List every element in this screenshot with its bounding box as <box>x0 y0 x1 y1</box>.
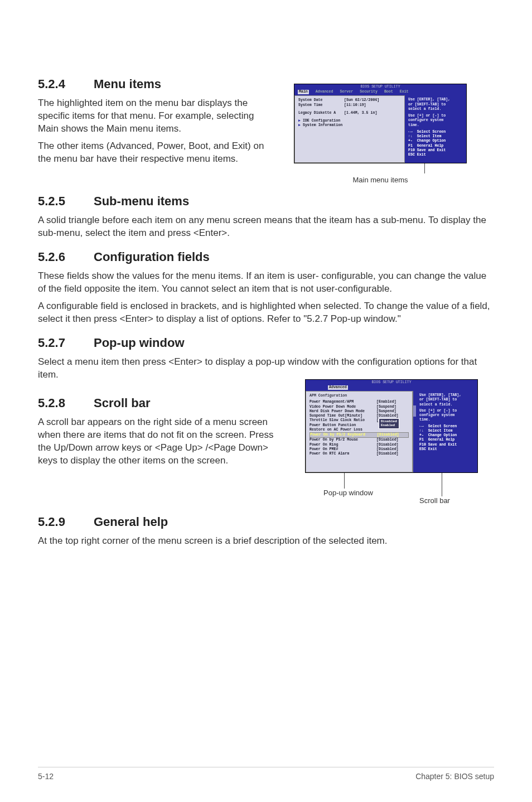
bios2-item-key: Power On Ring <box>309 443 376 447</box>
bios2-k3a: +- <box>419 433 424 437</box>
bios2-k3b: Change Option <box>428 433 457 437</box>
bios2-item-row: Power Management/APM[Enabled] <box>309 400 409 404</box>
bios2-item-key: Suspend Time Out[Minute] <box>309 414 376 418</box>
sectitle-525: Sub-menu items <box>94 194 189 208</box>
pointer-line <box>344 473 391 489</box>
bios1-tab-sec: Security <box>360 90 378 94</box>
bios2-k6a: ESC <box>419 447 426 451</box>
sectitle-528: Scroll bar <box>94 396 150 410</box>
bios2-tab-adv: Advanced <box>328 385 348 390</box>
bios2-help-l3: select a field. <box>419 403 475 407</box>
bios2-popup-o1: Disabled <box>381 419 397 423</box>
secnum-527: 5.2.7 <box>38 336 94 350</box>
bios1-k6b: Exit <box>417 153 426 157</box>
bios2-item-key: Power On by PS/2 Keyboard <box>310 433 377 437</box>
bios2-item-val: [Disabled] <box>376 447 399 452</box>
bios1-k1a: ←→ <box>408 130 413 134</box>
bios1-ide: IDE Configuration <box>303 119 340 123</box>
bios2-item-val: [Disabled] <box>376 414 399 418</box>
bios1-menubar: Main Advanced Server Security Boot Exit <box>294 90 466 95</box>
bios2-k5b: Save and Exit <box>428 443 457 447</box>
bios2-left-pane: APM Configuration Power Management/APM[E… <box>306 391 413 472</box>
bios2-item-val: [Enabled] <box>376 400 396 404</box>
footer-right: Chapter 5: BIOS setup <box>415 772 494 781</box>
bios2-k2b: Select Item <box>428 429 453 433</box>
bios1-legacy-k: Legacy Diskette A <box>298 111 344 115</box>
bios1-help-l6: time. <box>408 123 464 128</box>
para-526b: A configurable field is enclosed in brac… <box>38 300 494 326</box>
bios1-left-pane: System Date[Sun 02/12/2006] System Time[… <box>294 95 405 163</box>
bios1-sysdate-v: [Sun 02/12/2006] <box>344 98 379 103</box>
bios2-k2a: ↑↓ <box>419 429 424 433</box>
caption-scrollbar: Scroll bar <box>391 496 478 505</box>
bios1-systime-k: System Time <box>298 103 344 108</box>
bios2-help-l5: configure system <box>419 413 475 418</box>
para-524a: The highlighted item on the menu bar dis… <box>38 97 267 136</box>
bios1-tab-exit: Exit <box>400 90 409 94</box>
bios2-item-val: [Suspend] <box>376 405 396 409</box>
bios2-help-l6: time. <box>419 418 475 422</box>
bios2-item-key: Video Power Down Mode <box>309 405 376 409</box>
bios2-menubar: Advanced <box>306 385 477 391</box>
bios1-tab-main: Main <box>298 90 309 94</box>
bios2-item-key: Power Button Function <box>309 423 376 428</box>
caption-mainmenu: Main menu items <box>353 176 408 184</box>
triangle-icon: ▶ <box>298 119 303 123</box>
bios2-popup-o2: Enabled <box>381 423 397 427</box>
bios1-tab-srv: Server <box>340 90 353 94</box>
secnum-525: 5.2.5 <box>38 194 94 209</box>
heading-528: 5.2.8Scroll bar <box>38 396 289 410</box>
sectitle-526: Configuration fields <box>94 250 210 264</box>
bios1-help-l4: Use [+] or [-] to <box>408 114 464 118</box>
heading-526: 5.2.6Configuration fields <box>38 250 494 264</box>
bios1-k1b: Select Screen <box>417 130 446 134</box>
footer-left: 5-12 <box>38 772 54 781</box>
bios1-help-l5: configure system <box>408 118 464 123</box>
bios1-title: BIOS SETUP UTILITY <box>294 84 466 90</box>
bios1-sysinfo: System Information <box>303 123 342 127</box>
bios1-tab-adv: Advanced <box>316 90 333 94</box>
bios2-popup: Disabled Enabled <box>379 418 399 428</box>
secnum-526: 5.2.6 <box>38 250 94 264</box>
bios1-k2b: Select Item <box>417 134 442 138</box>
bios2-item-row: Power On Ring[Disabled] <box>309 443 409 447</box>
bios2-item-key: Power On PME# <box>309 447 376 452</box>
bios1-legacy-v: [1.44M, 3.5 in] <box>344 111 377 115</box>
sectitle-524: Menu items <box>94 77 161 91</box>
bios2-help-l1: Use [ENTER], [TAB], <box>419 393 475 398</box>
bios2-item-row: Power On by PS/2 Keyboard[Disabled] <box>309 432 409 438</box>
heading-524: 5.2.4Menu items <box>38 77 267 91</box>
bios2-item-key: Power Management/APM <box>309 400 376 404</box>
bios2-item-key: Hard Disk Power Down Mode <box>309 409 376 414</box>
bios2-item-row: Power On RTC Alarm[Disabled] <box>309 452 409 456</box>
bios1-tab-boot: Boot <box>384 90 393 94</box>
bios2-k6b: Exit <box>428 447 437 451</box>
bios1-k6a: ESC <box>408 153 415 157</box>
heading-527: 5.2.7Pop-up window <box>38 336 494 350</box>
secnum-528: 5.2.8 <box>38 396 94 410</box>
bios2-item-key: Power On by PS/2 Mouse <box>309 438 376 442</box>
bios2-item-key: Restore on AC Power Loss <box>309 428 376 432</box>
bios1-right-pane: Use [ENTER], [TAB], or [SHIFT-TAB] to se… <box>405 95 466 163</box>
heading-529: 5.2.9General help <box>38 515 494 529</box>
heading-525: 5.2.5Sub-menu items <box>38 194 494 209</box>
pointer-line <box>424 163 425 173</box>
bios1-sysdate-k: System Date <box>298 98 344 103</box>
bios1-help-l2: or [SHIFT-TAB] to <box>408 103 464 107</box>
bios2-k4b: General Help <box>428 438 454 442</box>
bios2-title: BIOS SETUP UTILITY <box>306 380 477 385</box>
triangle-icon: ▶ <box>298 123 303 127</box>
bios-screenshot-main: BIOS SETUP UTILITY Main Advanced Server … <box>294 84 467 163</box>
bios1-k2a: ↑↓ <box>408 134 413 138</box>
bios2-item-key: Throttle Slow Clock Ratio <box>309 418 376 423</box>
para-529: At the top right corner of the menu scre… <box>38 535 494 548</box>
bios2-item-row: Suspend Time Out[Minute][Disabled] <box>309 414 409 418</box>
bios1-systime-v: [11:10:19] <box>344 103 366 108</box>
para-526a: These fields show the values for the men… <box>38 270 494 296</box>
bios2-k4a: F1 <box>419 438 424 442</box>
para-525: A solid triangle before each item on any… <box>38 214 494 240</box>
bios1-k5b: Save and Exit <box>417 148 446 152</box>
sectitle-529: General help <box>94 515 168 529</box>
bios2-header: APM Configuration <box>309 394 409 398</box>
bios2-item-val: [Disabled] <box>376 438 399 442</box>
